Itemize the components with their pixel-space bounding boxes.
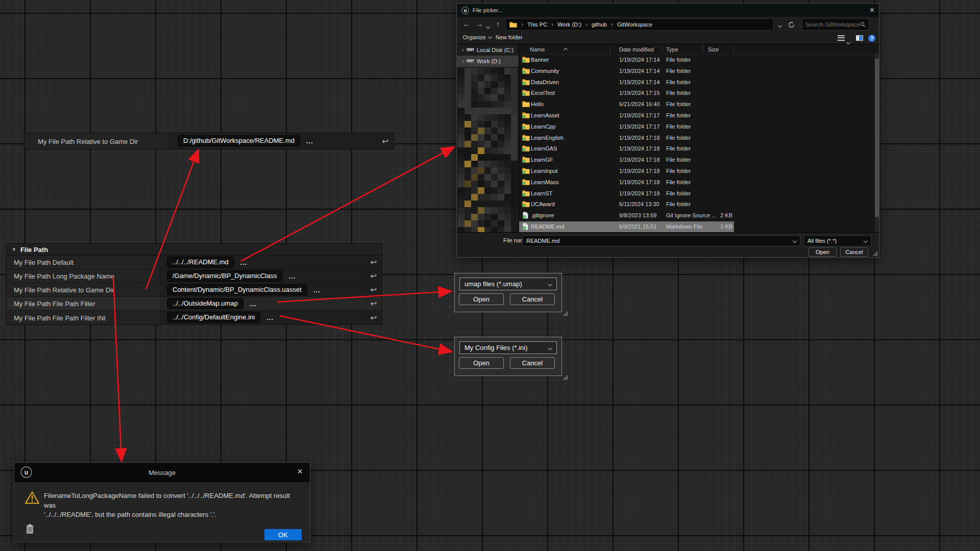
file-name: Hello — [531, 101, 544, 107]
change-view-icon[interactable] — [838, 35, 845, 41]
ini-open-button[interactable]: Open — [459, 357, 504, 369]
property-value-field[interactable]: ../../../README.md — [167, 257, 234, 268]
file-type: File folder — [666, 190, 691, 196]
search-field[interactable] — [802, 18, 869, 31]
file-date: 1/19/2024 17:18 — [619, 145, 660, 152]
browse-ellipsis-button[interactable]: ... — [288, 272, 296, 280]
expand-chevron-icon[interactable]: › — [462, 46, 464, 54]
sidebar-item[interactable]: ›Work (D:) — [457, 56, 519, 67]
file-row[interactable]: Community1/19/2024 17:14File folder — [519, 66, 875, 77]
file-row[interactable]: README.md6/9/2021 15:51Markdown File1 KB — [519, 221, 875, 233]
file-type-dropdown[interactable]: All files (*.*) — [803, 235, 871, 246]
collapse-triangle-icon[interactable]: ▼ — [12, 247, 16, 252]
reset-to-default-icon[interactable]: ↩ — [370, 271, 377, 281]
preview-pane-icon[interactable] — [856, 35, 863, 41]
file-name: LearnInput — [531, 168, 558, 174]
open-button[interactable]: Open — [808, 247, 837, 257]
browse-ellipsis-button[interactable]: ... — [240, 259, 248, 266]
reset-to-default-icon[interactable]: ↩ — [370, 285, 377, 294]
file-row[interactable]: ExcelTest1/19/2024 17:15File folder — [519, 88, 875, 99]
property-value-field[interactable]: ../../OutsideMap.umap — [167, 298, 243, 309]
node-path-value-field[interactable]: D:/github/GitWorkspace/README.md — [178, 135, 300, 146]
search-icon — [860, 22, 866, 28]
umap-cancel-button[interactable]: Cancel — [510, 293, 555, 305]
close-icon[interactable]: × — [870, 6, 874, 14]
browse-ellipsis-button[interactable]: ... — [250, 300, 257, 308]
refresh-icon[interactable] — [788, 21, 795, 28]
breadcrumb-separator-icon: › — [585, 21, 587, 28]
folder-icon — [509, 21, 517, 28]
message-titlebar[interactable]: u Message × — [14, 463, 310, 482]
search-input[interactable] — [805, 21, 860, 28]
file-row[interactable]: LearnCpp1/19/2024 17:17File folder — [519, 121, 875, 133]
address-dropdown-chevron-icon[interactable] — [778, 20, 781, 29]
sidebar-item[interactable]: ›Local Disk (C:) — [457, 44, 519, 56]
browse-ellipsis-button[interactable]: ... — [313, 286, 321, 294]
reset-to-default-icon[interactable]: ↩ — [382, 137, 388, 146]
file-name-input[interactable] — [526, 238, 793, 244]
ini-cancel-button[interactable]: Cancel — [510, 357, 555, 369]
file-row[interactable]: LearnEnglish1/19/2024 17:18File folder — [519, 133, 875, 144]
column-header-date-modified[interactable]: Date modified — [619, 46, 654, 53]
new-folder-button[interactable]: New folder — [496, 34, 523, 40]
file-picker-titlebar[interactable]: u File picker... × — [457, 4, 879, 17]
file-row[interactable]: Hello6/21/2024 16:40File folder — [519, 99, 875, 110]
copy-to-clipboard-icon[interactable] — [26, 524, 34, 536]
reset-to-default-icon[interactable]: ↩ — [370, 313, 377, 322]
browse-ellipsis-button[interactable]: ... — [266, 314, 274, 321]
forward-icon[interactable]: → — [476, 20, 483, 28]
file-row[interactable]: LearnInput1/19/2024 17:18File folder — [519, 166, 875, 177]
scrollbar-thumb[interactable] — [875, 59, 879, 217]
file-row[interactable]: LearnMass1/19/2024 17:18File folder — [519, 177, 875, 188]
file-row[interactable]: Banner1/19/2024 17:14File folder — [519, 55, 875, 66]
help-icon[interactable]: ? — [868, 35, 875, 42]
column-header-size[interactable]: Size — [708, 46, 719, 53]
file-type-chevron-icon[interactable] — [864, 239, 868, 243]
organize-button[interactable]: Organize — [463, 34, 492, 40]
property-value-field[interactable]: Content/Dynamic/BP_DynamicClass.uasset — [167, 284, 307, 295]
reset-to-default-icon[interactable]: ↩ — [370, 258, 377, 267]
expand-chevron-icon[interactable]: › — [462, 58, 464, 65]
file-row[interactable]: DataDriven1/19/2024 17:14File folder — [519, 77, 875, 88]
up-icon[interactable]: ↑ — [496, 20, 500, 28]
file-path-section-header[interactable]: ▼ File Path — [7, 244, 382, 256]
folder-icon — [522, 179, 530, 186]
file-name-chevron-icon[interactable] — [793, 239, 797, 243]
breadcrumb-item[interactable]: Work (D:) — [557, 21, 581, 28]
property-label: My File Path Default — [14, 259, 74, 266]
close-icon[interactable]: × — [297, 466, 303, 477]
breadcrumb-item[interactable]: github — [592, 21, 607, 28]
ok-button[interactable]: OK — [264, 529, 302, 540]
reset-to-default-icon[interactable]: ↩ — [370, 299, 377, 308]
breadcrumb[interactable]: ›This PC›Work (D:)›github›GitWorkspace — [505, 18, 774, 31]
property-value-field[interactable]: /Game/Dynamic/BP_DynamicClass — [167, 270, 282, 282]
resize-grip[interactable] — [872, 251, 877, 256]
file-row[interactable]: LearnAsset1/19/2024 17:17File folder — [519, 110, 875, 121]
column-header-type[interactable]: Type — [666, 46, 678, 53]
recent-locations-chevron-icon[interactable] — [486, 21, 489, 30]
scrollbar[interactable] — [875, 55, 879, 233]
file-type: File folder — [666, 90, 691, 96]
file-row[interactable]: LearnST1/19/2024 17:18File folder — [519, 188, 875, 199]
back-icon[interactable]: ← — [463, 20, 470, 28]
umap-filter-dropdown[interactable]: umap files (*.umap) — [459, 278, 557, 290]
file-name-combobox[interactable] — [522, 235, 800, 246]
property-value-field[interactable]: ../../Config/DefaultEngine.ini — [167, 312, 260, 323]
drive-icon — [467, 58, 474, 64]
column-header-name[interactable]: Name — [530, 46, 545, 53]
command-toolbar: Organize New folder ? — [457, 32, 879, 44]
umap-open-button[interactable]: Open — [459, 293, 504, 305]
file-row[interactable]: LearnGAS1/19/2024 17:18File folder — [519, 143, 875, 155]
file-row[interactable]: .gitignore9/8/2023 13:59Git Ignore Sourc… — [519, 210, 875, 221]
ini-filter-dropdown[interactable]: My Config Files (*.ini) — [459, 341, 557, 354]
breadcrumb-item[interactable]: GitWorkspace — [617, 21, 652, 28]
file-row[interactable]: UCAward6/11/2024 13:30File folder — [519, 199, 875, 210]
cancel-button[interactable]: Cancel — [840, 247, 868, 257]
resize-grip[interactable] — [562, 311, 568, 316]
resize-grip[interactable] — [562, 374, 568, 380]
file-type: File folder — [666, 135, 691, 141]
browse-ellipsis-button[interactable]: ... — [306, 137, 313, 145]
file-row[interactable]: LearnGF1/19/2024 17:18File folder — [519, 155, 875, 166]
breadcrumb-item[interactable]: This PC — [527, 21, 547, 28]
blueprint-canvas[interactable]: My File Path Relative to Game Dir D:/git… — [0, 0, 980, 551]
